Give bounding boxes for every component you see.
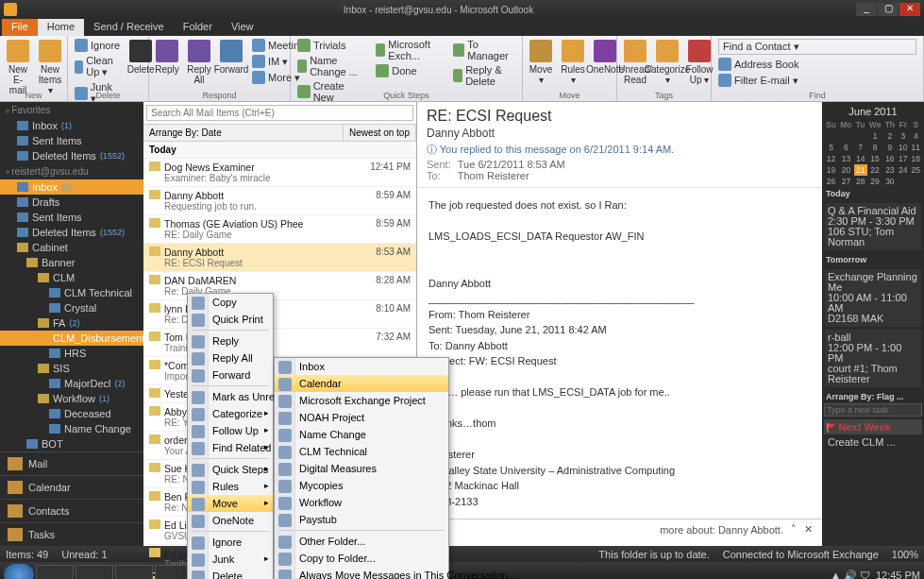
minimize-button[interactable]: _ bbox=[856, 3, 877, 16]
tab-file[interactable]: File bbox=[2, 19, 38, 36]
search-input[interactable] bbox=[146, 105, 413, 121]
appointment[interactable]: r-ball12:00 PM - 1:00 PMcourt #1; Thom R… bbox=[825, 330, 921, 387]
ignore-button[interactable]: Ignore bbox=[72, 38, 123, 53]
message-item[interactable]: Tom NormanTraini7:32 AM bbox=[143, 329, 416, 357]
tab-folder[interactable]: Folder bbox=[174, 19, 222, 36]
nav-folder-item[interactable]: MajorDecl (2) bbox=[0, 376, 143, 391]
onenote-button[interactable]: OneNote bbox=[591, 38, 619, 77]
ctx-item-reply[interactable]: Reply bbox=[188, 332, 273, 349]
reply-all-button[interactable]: Reply All bbox=[185, 38, 213, 87]
tray-icons[interactable]: ▲ 🔊 🛡 bbox=[831, 570, 870, 580]
message-item[interactable]: Dog News ExaminerExaminer: Baby's miracl… bbox=[143, 159, 416, 187]
mini-calendar[interactable]: SuMoTuWeThFrS123456789101112131415161718… bbox=[824, 119, 922, 187]
nav-contacts-button[interactable]: Contacts bbox=[0, 499, 143, 522]
new-task-input[interactable] bbox=[824, 403, 922, 417]
nav-folder-item[interactable]: HRS bbox=[0, 346, 143, 361]
message-item[interactable]: DAN DaMARENRe: Daily Game8:28 AM bbox=[143, 272, 416, 300]
nav-folder-item[interactable]: CLM_Disbursements (8) bbox=[0, 331, 143, 346]
people-pane[interactable]: more about: Danny Abbott. ˄ ✕ bbox=[417, 519, 822, 539]
calendar-month[interactable]: June 2011 bbox=[824, 104, 922, 119]
qs-trivials[interactable]: Trivials bbox=[294, 38, 369, 53]
ctx-item-categorize[interactable]: Categorize bbox=[188, 405, 273, 422]
close-button[interactable]: ✕ bbox=[899, 3, 920, 16]
message-item[interactable]: Danny AbbottRequesting job to run.8:59 A… bbox=[143, 187, 416, 215]
message-item[interactable]: lynn hooverRe: Daily Game8:10 AM bbox=[143, 300, 416, 329]
reply-button[interactable]: Reply bbox=[153, 38, 181, 77]
new-items-button[interactable]: New Items ▾ bbox=[36, 38, 64, 97]
appointment[interactable]: Q & A Financial Aid2:30 PM - 3:30 PM106 … bbox=[825, 203, 921, 250]
qs-reply-delete[interactable]: Reply & Delete bbox=[450, 63, 518, 88]
ctx-item-reply-all[interactable]: Reply All bbox=[188, 349, 273, 366]
tab-send-receive[interactable]: Send / Receive bbox=[84, 19, 174, 36]
close-people-icon[interactable]: ✕ bbox=[804, 523, 813, 536]
nav-folder-item[interactable]: CLM Technical bbox=[0, 285, 143, 300]
nav-folder-item[interactable]: Name Change bbox=[0, 421, 143, 436]
ctx-item-move[interactable]: Move bbox=[188, 495, 273, 512]
ctx-item-forward[interactable]: Forward bbox=[188, 366, 273, 383]
ctx-move-other-folder-[interactable]: Other Folder... bbox=[275, 533, 448, 550]
nav-folder-item[interactable]: FA (2) bbox=[0, 315, 143, 331]
qs-msexch[interactable]: Microsoft Exch... bbox=[373, 38, 446, 62]
nav-folder-item[interactable]: Deceased bbox=[0, 406, 143, 421]
filter-email-button[interactable]: Filter E-mail ▾ bbox=[715, 73, 919, 88]
ctx-move-name-change[interactable]: Name Change bbox=[275, 426, 448, 443]
start-button[interactable] bbox=[4, 564, 34, 579]
arrange-by-button[interactable]: Arrange By: Date bbox=[143, 125, 344, 141]
message-item[interactable]: Thomas (GE Aviation US) PheeRE: Daily Ga… bbox=[143, 215, 416, 244]
followup-button[interactable]: Follow Up ▾ bbox=[685, 38, 714, 87]
nav-folder-item[interactable]: Deleted Items (1552) bbox=[0, 225, 143, 240]
nav-favorite-item[interactable]: Inbox (1) bbox=[0, 118, 143, 133]
nav-favorite-item[interactable]: Sent Items bbox=[0, 133, 143, 148]
tab-home[interactable]: Home bbox=[38, 19, 84, 36]
nav-calendar-button[interactable]: Calendar bbox=[0, 475, 143, 499]
nav-folder-item[interactable]: Drafts bbox=[0, 195, 143, 210]
ctx-item-quick-steps[interactable]: Quick Steps bbox=[188, 461, 273, 478]
arrange-tasks[interactable]: Arrange By: Flag ... bbox=[824, 390, 922, 403]
qs-done[interactable]: Done bbox=[373, 63, 446, 78]
ctx-item-quick-print[interactable]: Quick Print bbox=[188, 311, 273, 328]
zoom-level[interactable]: 100% bbox=[892, 549, 918, 560]
ctx-item-follow-up[interactable]: Follow Up bbox=[188, 422, 273, 439]
rules-button[interactable]: Rules ▾ bbox=[559, 38, 587, 87]
qs-to-manager[interactable]: To Manager bbox=[450, 38, 518, 62]
ctx-item-delete[interactable]: Delete bbox=[188, 568, 273, 579]
ctx-item-mark-as-unread[interactable]: Mark as Unread bbox=[188, 388, 273, 405]
ctx-move-workflow[interactable]: Workflow bbox=[275, 494, 448, 511]
ctx-item-rules[interactable]: Rules bbox=[188, 478, 273, 495]
ctx-move-copy-to-folder-[interactable]: Copy to Folder... bbox=[275, 550, 448, 567]
forward-button[interactable]: Forward bbox=[217, 38, 245, 77]
nav-mail-button[interactable]: Mail bbox=[0, 451, 143, 475]
message-item[interactable]: Danny AbbottRE: ECSI Request8:53 AM bbox=[143, 244, 416, 272]
new-email-button[interactable]: New E-mail bbox=[4, 38, 32, 97]
ctx-item-find-related[interactable]: Find Related bbox=[188, 439, 273, 456]
ctx-move-paystub[interactable]: Paystub bbox=[275, 511, 448, 528]
nav-folder-item[interactable]: Banner bbox=[0, 255, 143, 270]
move-button[interactable]: Move ▾ bbox=[527, 38, 555, 87]
nav-folder-item[interactable]: CLM bbox=[0, 270, 143, 285]
ctx-move-noah-project[interactable]: NOAH Project bbox=[275, 409, 448, 426]
clock[interactable]: 12:45 PM bbox=[876, 570, 920, 579]
qs-name-change[interactable]: Name Change ... bbox=[294, 54, 369, 78]
nav-folder-item[interactable]: BOT bbox=[0, 436, 143, 451]
ctx-item-onenote[interactable]: OneNote bbox=[188, 512, 273, 529]
ctx-item-copy[interactable]: Copy bbox=[188, 294, 273, 311]
mailbox-header[interactable]: reistert@gvsu.edu bbox=[0, 163, 143, 179]
ctx-move-inbox[interactable]: Inbox bbox=[275, 358, 448, 375]
nav-tasks-button[interactable]: Tasks bbox=[0, 522, 143, 546]
tab-view[interactable]: View bbox=[222, 19, 263, 36]
nav-favorite-item[interactable]: Deleted Items (1552) bbox=[0, 148, 143, 163]
taskbar-item[interactable] bbox=[115, 565, 153, 579]
maximize-button[interactable]: ▢ bbox=[878, 3, 899, 16]
nav-folder-item[interactable]: SIS bbox=[0, 361, 143, 376]
nav-folder-item[interactable]: Cabinet bbox=[0, 240, 143, 255]
taskbar-item[interactable] bbox=[76, 565, 113, 579]
ctx-move-digital-measures[interactable]: Digital Measures bbox=[275, 460, 448, 477]
ctx-move-calendar[interactable]: Calendar bbox=[275, 375, 448, 392]
task-item[interactable]: Create CLM ... bbox=[824, 434, 922, 450]
nav-folder-item[interactable]: Sent Items bbox=[0, 210, 143, 225]
ctx-item-junk[interactable]: Junk bbox=[188, 551, 273, 568]
appointment[interactable]: Exchange Planning Me10:00 AM - 11:00 AMD… bbox=[825, 269, 921, 327]
nav-folder-item[interactable]: Inbox (1) bbox=[0, 179, 143, 195]
flag-nextweek[interactable]: 🚩 Next Week bbox=[824, 419, 922, 434]
ctx-move-microsoft-exchange-project[interactable]: Microsoft Exchange Project bbox=[275, 392, 448, 409]
